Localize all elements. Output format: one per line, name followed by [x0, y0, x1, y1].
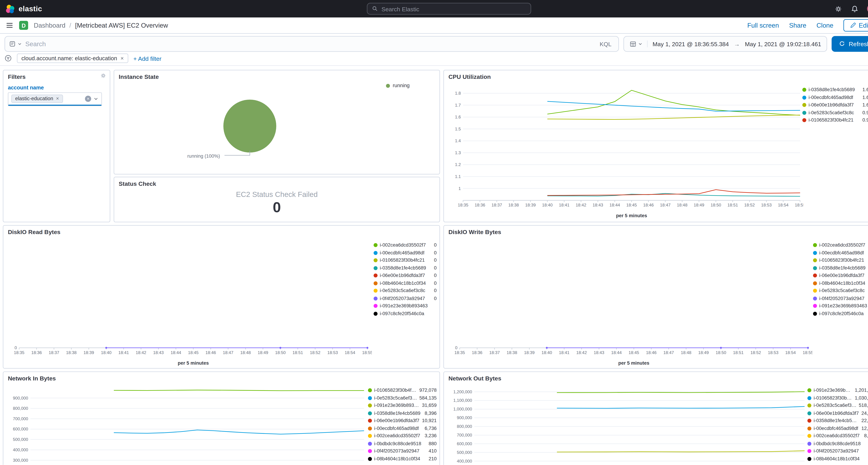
- legend-item[interactable]: i-0e5283c5ca6ef3c8c 518,768: [807, 403, 868, 408]
- add-filter-link[interactable]: + Add filter: [133, 55, 161, 62]
- account-name-combobox[interactable]: elastic-education × ×: [8, 92, 102, 106]
- legend-item[interactable]: i-0bdbdc9c88cde9518 588: [807, 441, 868, 446]
- legend-item[interactable]: i-06e00e1b96dfda3f7 0: [813, 273, 868, 278]
- date-from[interactable]: May 1, 2021 @ 18:36:55.384: [653, 40, 729, 47]
- legend-item[interactable]: i-01065823f30b4fc21 0.963: [802, 118, 868, 123]
- query-input-placeholder: Search: [25, 40, 593, 47]
- clone-link[interactable]: Clone: [816, 22, 833, 29]
- diskio-write-chart[interactable]: 018:3518:3618:3718:3818:3918:4018:4118:4…: [448, 238, 812, 368]
- legend-label: i-06e00e1b96dfda3f7: [374, 418, 419, 424]
- search-icon: [372, 5, 378, 12]
- deployment-badge[interactable]: D: [19, 21, 28, 30]
- legend-item[interactable]: i-06e00e1b96dfda3f7 0: [374, 273, 437, 278]
- legend-item[interactable]: i-0f4f2052073a92947 0: [813, 296, 868, 301]
- legend-label: i-0e5283c5ca6ef3c8c: [814, 403, 857, 408]
- legend-item[interactable]: i-0e5283c5ca6ef3c8c 0.934: [802, 110, 868, 116]
- legend-item[interactable]: i-00ecdbfc465ad98df 0: [374, 250, 437, 256]
- svg-text:18:52: 18:52: [744, 203, 755, 207]
- remove-option-icon[interactable]: ×: [56, 96, 59, 102]
- legend-value: 1,030,384: [855, 395, 868, 401]
- legend-item[interactable]: i-0358d8e1fe4cb5689 8,396: [368, 410, 437, 416]
- legend-item[interactable]: i-097c8cfe20f546c0a: [374, 311, 437, 316]
- filter-pill[interactable]: cloud.account.name: elastic-education ×: [17, 54, 128, 63]
- settings-icon[interactable]: [835, 5, 842, 13]
- legend-item[interactable]: i-091e23e369b893463: [813, 303, 868, 309]
- legend-item[interactable]: i-00ecdbfc465ad98df 6,736: [368, 426, 437, 431]
- legend-item[interactable]: i-002cea6dcd35502f7 0: [813, 243, 868, 248]
- legend-item[interactable]: i-0f4f2052073a92947 0: [374, 296, 437, 301]
- legend-item[interactable]: i-0e5283c5ca6ef3c8c 0: [813, 288, 868, 293]
- series-color-dot: [374, 266, 378, 270]
- svg-text:18:49: 18:49: [698, 350, 709, 355]
- remove-filter-icon[interactable]: ×: [121, 55, 124, 61]
- saved-query-menu-button[interactable]: [5, 36, 25, 51]
- legend-item[interactable]: i-0e5283c5ca6ef3c8c 0: [374, 288, 437, 293]
- legend-value: 1,201,252: [855, 388, 868, 393]
- date-picker[interactable]: May 1, 2021 @ 18:36:55.384 → May 1, 2021…: [623, 36, 827, 52]
- legend-item[interactable]: i-002cea6dcd35502f7 3,236: [368, 433, 437, 439]
- refresh-button[interactable]: Refresh: [832, 36, 868, 52]
- legend-item[interactable]: i-0e5283c5ca6ef3c8c 584,135: [368, 395, 437, 401]
- legend-item[interactable]: i-01065823f30b4fc21 0: [813, 258, 868, 263]
- legend-item[interactable]: i-0bdbdc9c88cde9518 880: [368, 441, 437, 446]
- legend-item[interactable]: i-06e00e1b96dfda3f7 10,921: [368, 418, 437, 424]
- legend-item[interactable]: i-08b4604c18b1c0f34 0: [374, 281, 437, 286]
- breadcrumb-dashboard[interactable]: Dashboard: [34, 22, 65, 29]
- legend-item[interactable]: i-01065823f30b4fc21 0: [374, 258, 437, 263]
- svg-text:1,200,000: 1,200,000: [453, 390, 472, 394]
- calendar-menu-button[interactable]: [629, 40, 648, 47]
- svg-text:18:55: 18:55: [803, 350, 812, 355]
- cpu-utilization-chart[interactable]: 11.11.21.31.41.51.61.71.818:3518:3618:37…: [448, 83, 803, 220]
- legend-label: i-002cea6dcd35502f7: [819, 243, 865, 248]
- global-search-input[interactable]: Search Elastic: [367, 3, 531, 14]
- svg-text:18:39: 18:39: [525, 203, 536, 207]
- query-language-button[interactable]: KQL: [593, 40, 618, 47]
- series-color-dot: [368, 389, 372, 393]
- brand-text: elastic: [19, 4, 42, 13]
- diskio-read-chart[interactable]: 018:3518:3618:3718:3818:3918:4018:4118:4…: [8, 238, 372, 368]
- legend-item[interactable]: i-0358d8e1fe4cb5689 0: [374, 265, 437, 271]
- legend-item[interactable]: i-0358d8e1fe4cb5689 0: [813, 265, 868, 271]
- legend-item[interactable]: i-091e23e369b893463 1,201,252: [807, 388, 868, 393]
- legend-item[interactable]: i-002cea6dcd35502f7 0: [374, 243, 437, 248]
- legend-item[interactable]: i-0358d8e1fe4cb5689 22,498: [807, 418, 868, 424]
- legend-item[interactable]: i-06e00e1b96dfda3f7 1.617: [802, 102, 868, 108]
- legend-item[interactable]: i-08b4604c18b1c0f34 196: [807, 456, 868, 462]
- legend-item[interactable]: i-00ecdbfc465ad98df 12,176: [807, 426, 868, 431]
- legend-item[interactable]: i-08b4604c18b1c0f34 210: [368, 456, 437, 462]
- clear-selection-icon[interactable]: ×: [85, 96, 91, 102]
- date-to[interactable]: May 1, 2021 @ 19:02:18.461: [745, 40, 821, 47]
- full-screen-link[interactable]: Full screen: [747, 22, 779, 29]
- series-color-dot: [368, 396, 372, 400]
- user-avatar[interactable]: m: [867, 4, 868, 13]
- legend-item[interactable]: i-0358d8e1fe4cb5689 1.615: [802, 87, 868, 93]
- menu-icon[interactable]: [5, 21, 13, 29]
- series-color-dot: [368, 404, 372, 408]
- legend-item[interactable]: i-002cea6dcd35502f7 8,779: [807, 433, 868, 439]
- legend-item[interactable]: i-097c8cfe20f546c0a: [813, 311, 868, 316]
- panel-options-icon[interactable]: [100, 72, 106, 79]
- svg-text:1.6: 1.6: [455, 115, 461, 119]
- pie-legend-item[interactable]: running: [386, 83, 409, 88]
- network-in-chart[interactable]: 300,000400,000500,000600,000700,000800,0…: [8, 384, 369, 465]
- svg-text:18:46: 18:46: [643, 203, 654, 207]
- notifications-icon[interactable]: [851, 5, 859, 13]
- legend-item[interactable]: i-00ecdbfc465ad98df 1.656: [802, 95, 868, 100]
- query-input[interactable]: Search KQL: [4, 36, 619, 52]
- legend-item[interactable]: i-091e23e369b893463: [374, 303, 437, 309]
- legend-item[interactable]: i-01065823f30b4fc21 1,030,384: [807, 395, 868, 401]
- legend-item[interactable]: i-08b4604c18b1c0f34 0: [813, 281, 868, 286]
- network-out-chart[interactable]: 400,000500,000600,000700,000800,000900,0…: [448, 384, 809, 465]
- elastic-brand[interactable]: elastic: [5, 4, 42, 13]
- filter-options-icon[interactable]: [4, 55, 12, 62]
- legend-item[interactable]: i-06e00e1b96dfda3f7 24,685: [807, 410, 868, 416]
- legend-item[interactable]: i-0f4f2052073a92947 208: [807, 448, 868, 454]
- chevron-down-icon[interactable]: [93, 96, 98, 101]
- edit-button[interactable]: Edit: [843, 19, 868, 31]
- legend-item[interactable]: i-00ecdbfc465ad98df 0: [813, 250, 868, 256]
- share-link[interactable]: Share: [789, 22, 806, 29]
- legend-item[interactable]: i-091e23e369b893463 31,659: [368, 403, 437, 408]
- legend-item[interactable]: i-01065823f30b4fc21 972,078: [368, 388, 437, 393]
- legend-item[interactable]: i-0f4f2052073a92947 410: [368, 448, 437, 454]
- breadcrumb: Dashboard [Metricbeat AWS] EC2 Overview: [34, 22, 168, 29]
